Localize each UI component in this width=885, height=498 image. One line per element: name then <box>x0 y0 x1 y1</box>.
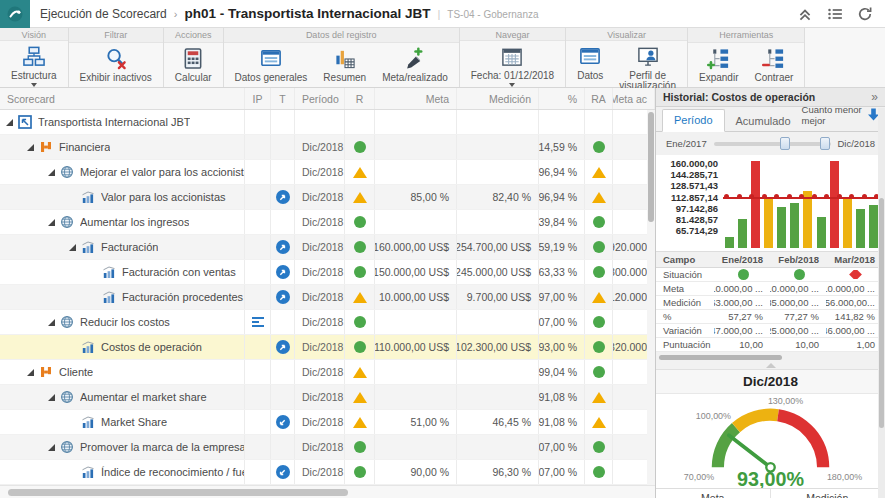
table-row[interactable]: Facturación con ventasDic/2018150.000,00… <box>0 260 655 285</box>
expander-icon[interactable] <box>6 119 13 126</box>
cell-meta: 10.000,00 US$ <box>375 285 457 309</box>
column-header-label[interactable]: Scorecard <box>0 88 245 109</box>
table-row[interactable]: Facturación procedentes de otras fuentes… <box>0 285 655 310</box>
grid-body: Transportista Internacional JBTFinancier… <box>0 110 655 485</box>
table-row[interactable]: FinancieraDic/2018114,59 % <box>0 135 655 160</box>
cell-ra <box>585 235 613 259</box>
grid-vertical-scrollbar[interactable] <box>647 110 655 485</box>
indicator-icon <box>81 340 95 354</box>
cell-scorecard: Reducir los costos <box>0 310 245 334</box>
cell-r <box>345 410 375 434</box>
tab-acumulado[interactable]: Acumulado <box>725 111 802 132</box>
breadcrumb: Ejecución de Scorecard › ph01 - Transpor… <box>40 6 539 21</box>
expander-icon[interactable] <box>48 394 55 401</box>
tab-per-odo[interactable]: Período <box>662 109 725 132</box>
table-row[interactable]: Aumentar los ingresosDic/2018139,84 % <box>0 210 655 235</box>
meta-dot <box>837 194 842 199</box>
grid-hscroll-handle[interactable] <box>8 489 348 496</box>
ribbon-button-fecha-01-12-2018[interactable]: Fecha: 01/12/2018 <box>463 43 562 87</box>
cell-periodo: Dic/2018 <box>295 435 345 459</box>
cell-meta: 85,00 % <box>375 185 457 209</box>
slider-handle-end[interactable] <box>820 137 830 150</box>
column-header-r[interactable]: R <box>345 88 375 109</box>
cell-t <box>271 360 295 384</box>
detail-field-label: % <box>656 311 714 322</box>
cell-t <box>271 160 295 184</box>
gauge-segment <box>736 415 778 428</box>
table-row[interactable]: FacturaciónDic/2018160.000,00 US$254.700… <box>0 235 655 260</box>
bar-may-2018 <box>777 207 786 248</box>
panel-collapse-button[interactable]: » <box>871 90 878 104</box>
refresh-icon[interactable] <box>857 6 873 22</box>
green-circle-icon <box>593 466 605 478</box>
ribbon-button-resumen[interactable]: Resumen <box>315 45 374 87</box>
ribbon-button-datos[interactable]: Datos <box>569 43 611 91</box>
column-header-meta[interactable]: Meta <box>375 88 457 109</box>
list-icon[interactable] <box>827 6 843 22</box>
ribbon-button-expandir[interactable]: Expandir <box>691 45 746 87</box>
ribbon-button-contraer[interactable]: Contraer <box>746 45 801 87</box>
column-header-medicion[interactable]: Medición <box>457 88 539 109</box>
table-row[interactable]: Mejorar el valor para los accionistasDic… <box>0 160 655 185</box>
expander-icon[interactable] <box>27 369 34 376</box>
expander-icon[interactable] <box>48 444 55 451</box>
detail-col-3[interactable]: Mar/2018 <box>826 254 882 265</box>
panel-vscroll-handle[interactable] <box>879 198 884 428</box>
ribbon-button-calcular[interactable]: Calcular <box>167 45 220 87</box>
column-header-metaac[interactable]: Meta ac <box>613 88 655 109</box>
ribbon-button-meta-realizado[interactable]: Meta/realizado <box>374 45 456 87</box>
ribbon-button-estructura[interactable]: Estructura <box>3 43 65 87</box>
green-circle-icon <box>354 316 366 328</box>
ribbon-button-exhibir-inactivos[interactable]: Exhibir inactivos <box>72 45 160 87</box>
cell-meta: 51,00 % <box>375 410 457 434</box>
detail-col-2[interactable]: Feb/2018 <box>770 254 826 265</box>
tree-plus-icon <box>707 47 731 72</box>
row-label: Facturación procedentes de otras fuentes <box>122 291 244 303</box>
column-header-t[interactable]: T <box>271 88 295 109</box>
cell-r <box>345 210 375 234</box>
table-row[interactable]: ClienteDic/201899,04 % <box>0 360 655 385</box>
gauge-needle <box>729 435 771 467</box>
expander-icon[interactable] <box>48 169 55 176</box>
detail-table-hscrollbar[interactable] <box>656 352 885 362</box>
cell-r <box>345 285 375 309</box>
table-row[interactable]: Promover la marca de la empresaDic/20181… <box>0 435 655 460</box>
column-header-ra[interactable]: RA <box>585 88 613 109</box>
table-row[interactable]: Índice de reconocimiento / fuerza de la … <box>0 460 655 485</box>
expander-icon[interactable] <box>69 244 76 251</box>
column-header-pct[interactable]: % <box>539 88 585 109</box>
cell-medicion <box>457 210 539 234</box>
ribbon-button-datos-generales[interactable]: Datos generales <box>227 45 316 87</box>
indicator-icon <box>102 265 116 279</box>
grid-vscroll-handle[interactable] <box>648 112 654 222</box>
table-row[interactable]: Reducir los costosDic/2018107,00 % <box>0 310 655 335</box>
cell-t <box>271 310 295 334</box>
cell-r <box>345 435 375 459</box>
expander-icon[interactable] <box>27 144 34 151</box>
column-header-periodo[interactable]: Período <box>295 88 345 109</box>
panel-splitter[interactable] <box>656 362 885 369</box>
grid-horizontal-scrollbar[interactable] <box>0 485 655 498</box>
table-row[interactable]: Market ShareDic/201851,00 %46,45 %91,08 … <box>0 410 655 435</box>
table-row[interactable]: Valor para los accionistasDic/201885,00 … <box>0 185 655 210</box>
table-row[interactable]: Costos de operaciónDic/2018110.000,00 US… <box>0 335 655 360</box>
column-header-ip[interactable]: IP <box>245 88 271 109</box>
expander-icon[interactable] <box>48 219 55 226</box>
detail-hscroll-handle[interactable] <box>659 355 782 360</box>
grid-header-row: ScorecardIPTPeríodoRMetaMedición%RAMeta … <box>0 88 655 110</box>
detail-col-0[interactable]: Campo <box>656 254 714 265</box>
detail-value: 63.000,00 ... <box>714 297 770 308</box>
breadcrumb-root[interactable]: Ejecución de Scorecard <box>40 7 167 21</box>
cell-meta: 150.000,00 US$ <box>375 260 457 284</box>
cell-scorecard: Valor para los accionistas <box>0 185 245 209</box>
ribbon-button-perfil-de-visualizaci-n[interactable]: Perfil de visualización <box>611 43 684 91</box>
table-row[interactable]: Transportista Internacional JBT <box>0 110 655 135</box>
row-label: Facturación <box>101 241 158 253</box>
detail-col-1[interactable]: Ene/2018 <box>714 254 770 265</box>
panel-vertical-scrollbar[interactable] <box>878 108 885 498</box>
cell-ip <box>245 135 271 159</box>
expander-icon[interactable] <box>48 319 55 326</box>
collapse-ribbon-icon[interactable] <box>797 6 813 22</box>
table-row[interactable]: Aumentar el market shareDic/201891,08 % <box>0 385 655 410</box>
slider-handle-start[interactable] <box>780 137 790 150</box>
